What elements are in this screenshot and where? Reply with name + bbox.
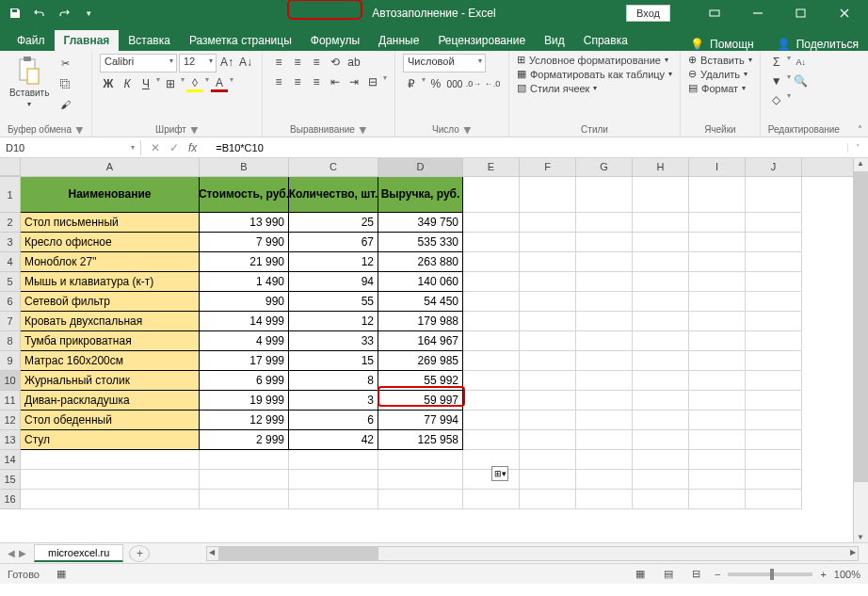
hscroll-thumb[interactable]: [218, 547, 378, 560]
cancel-formula-icon[interactable]: ✕: [151, 141, 160, 154]
font-color-icon[interactable]: A: [211, 75, 228, 92]
cell[interactable]: 2 999: [200, 430, 289, 450]
cell[interactable]: [633, 351, 689, 371]
col-header-C[interactable]: C: [289, 158, 378, 176]
cell[interactable]: [576, 450, 633, 470]
sheet-tab[interactable]: microexcel.ru: [34, 544, 123, 562]
tab-help[interactable]: Справка: [574, 30, 637, 51]
tab-pagelayout[interactable]: Разметка страницы: [180, 30, 301, 51]
cell[interactable]: [746, 430, 802, 450]
cell[interactable]: 1 490: [200, 272, 289, 292]
align-right-icon[interactable]: ≡: [308, 73, 325, 90]
cell[interactable]: [576, 292, 633, 312]
cell[interactable]: [746, 331, 802, 351]
cell-styles-button[interactable]: ▧Стили ячеек▾: [517, 82, 597, 94]
cell[interactable]: [576, 351, 633, 371]
formula-input[interactable]: =B10*C10: [206, 140, 847, 155]
currency-icon[interactable]: ₽: [403, 75, 420, 92]
cell[interactable]: 59 997: [378, 391, 463, 411]
paste-button[interactable]: Вставить ▾: [8, 54, 51, 110]
tab-home[interactable]: Главная: [55, 30, 120, 51]
cell[interactable]: [21, 450, 200, 470]
cell[interactable]: [633, 450, 689, 470]
cell[interactable]: Количество, шт.: [289, 177, 378, 213]
cell[interactable]: [576, 272, 633, 292]
cell[interactable]: [463, 252, 520, 272]
name-box[interactable]: D10▾: [0, 140, 141, 155]
font-family-select[interactable]: Calibri: [100, 54, 177, 72]
fx-icon[interactable]: fx: [188, 141, 197, 154]
tab-view[interactable]: Вид: [535, 30, 574, 51]
cell[interactable]: [689, 391, 746, 411]
cell[interactable]: [689, 371, 746, 391]
inc-decimal-icon[interactable]: .0→: [465, 75, 482, 92]
cell[interactable]: [746, 272, 802, 292]
copy-icon[interactable]: ⿻: [55, 74, 75, 93]
cell[interactable]: [633, 411, 689, 430]
cell[interactable]: 6 999: [200, 371, 289, 391]
cut-icon[interactable]: ✂: [55, 54, 75, 72]
cell[interactable]: Мышь и клавиатура (к-т): [21, 272, 200, 292]
bold-button[interactable]: Ж: [100, 75, 117, 92]
cell[interactable]: 4 999: [200, 331, 289, 351]
cell[interactable]: Наименование: [21, 177, 200, 213]
cell[interactable]: [463, 411, 520, 430]
cell[interactable]: [520, 177, 576, 213]
cell[interactable]: [576, 312, 633, 331]
font-size-select[interactable]: 12: [179, 54, 217, 72]
cell[interactable]: [746, 177, 802, 213]
align-top-icon[interactable]: ≡: [270, 54, 287, 71]
borders-icon[interactable]: ⊞: [162, 75, 179, 92]
cell[interactable]: 3: [289, 391, 378, 411]
col-header-D[interactable]: D: [378, 158, 463, 176]
cell[interactable]: [689, 450, 746, 470]
cell[interactable]: Кресло офисное: [21, 233, 200, 252]
cell[interactable]: [633, 213, 689, 233]
add-sheet-icon[interactable]: +: [129, 545, 150, 562]
cell[interactable]: [520, 470, 576, 490]
merge-icon[interactable]: ⊟: [364, 73, 381, 90]
sheet-nav[interactable]: ◀▶: [0, 548, 34, 558]
cell[interactable]: [746, 312, 802, 331]
cell[interactable]: 77 994: [378, 411, 463, 430]
tellme-label[interactable]: Помощн: [710, 38, 754, 51]
row-header[interactable]: 8: [0, 331, 21, 351]
align-center-icon[interactable]: ≡: [289, 73, 306, 90]
cell[interactable]: [520, 312, 576, 331]
cell[interactable]: [520, 411, 576, 430]
cell[interactable]: [746, 213, 802, 233]
cell[interactable]: [576, 233, 633, 252]
cell[interactable]: 12: [289, 252, 378, 272]
cell[interactable]: [576, 470, 633, 490]
row-header[interactable]: 7: [0, 312, 21, 331]
cell[interactable]: [633, 391, 689, 411]
orientation-icon[interactable]: ⟲: [327, 54, 344, 71]
cell[interactable]: [746, 450, 802, 470]
cell[interactable]: Выручка, руб.: [378, 177, 463, 213]
cell[interactable]: 12: [289, 312, 378, 331]
cell[interactable]: [633, 371, 689, 391]
cell[interactable]: 42: [289, 430, 378, 450]
cell[interactable]: 7 990: [200, 233, 289, 252]
row-header[interactable]: 10: [0, 371, 21, 391]
cell[interactable]: [520, 252, 576, 272]
ribbon-display-icon[interactable]: [695, 0, 734, 26]
page-layout-icon[interactable]: ▤: [658, 566, 679, 583]
sort-icon[interactable]: A↓: [793, 54, 810, 71]
cell[interactable]: [746, 252, 802, 272]
cell[interactable]: [689, 252, 746, 272]
cell[interactable]: [746, 292, 802, 312]
col-header-G[interactable]: G: [576, 158, 633, 176]
cell[interactable]: 12 999: [200, 411, 289, 430]
cell[interactable]: [576, 430, 633, 450]
cell[interactable]: 19 999: [200, 391, 289, 411]
number-launcher[interactable]: ⯆: [463, 125, 472, 135]
align-middle-icon[interactable]: ≡: [289, 54, 306, 71]
cell[interactable]: Тумба прикроватная: [21, 331, 200, 351]
cell[interactable]: 25: [289, 213, 378, 233]
cell[interactable]: [463, 213, 520, 233]
cell[interactable]: [520, 391, 576, 411]
row-header[interactable]: 3: [0, 233, 21, 252]
col-header-J[interactable]: J: [746, 158, 802, 176]
cell[interactable]: [463, 371, 520, 391]
